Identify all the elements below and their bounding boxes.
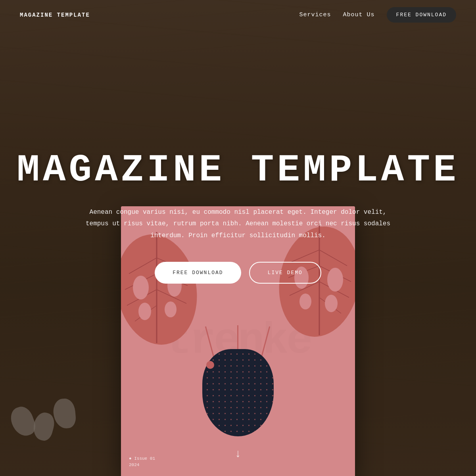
hero-buttons: FREE DOWNLOAD LIVE DEMO (0, 262, 476, 284)
hero-section: trenke (0, 0, 476, 476)
navigation: MAGAZINE TEMPLATE Services About Us FREE… (0, 0, 476, 30)
magazine-bottom-text: ● Issue 012024 (129, 456, 155, 468)
svg-point-11 (138, 303, 151, 320)
hero-description: Aenean congue varius nisi, eu commodo ni… (79, 207, 397, 242)
hero-content: MAGAZINE TEMPLATE Aenean congue varius n… (0, 0, 476, 299)
svg-point-12 (165, 301, 177, 317)
nav-link-services[interactable]: Services (299, 12, 331, 18)
nav-logo: MAGAZINE TEMPLATE (20, 12, 90, 18)
figure-vase (202, 349, 274, 436)
scroll-arrow-icon: ↓ (235, 448, 242, 460)
nav-link-about[interactable]: About Us (343, 12, 375, 18)
free-download-button[interactable]: FREE DOWNLOAD (155, 262, 241, 284)
figure-dots-pattern (202, 349, 274, 436)
figure-body (202, 349, 274, 436)
magazine-bottom-info: ● Issue 012024 (129, 456, 155, 468)
hero-title: MAGAZINE TEMPLATE (0, 151, 476, 191)
nav-cta-button[interactable]: FREE DOWNLOAD (387, 7, 456, 23)
nav-links: Services About Us FREE DOWNLOAD (299, 7, 456, 23)
scroll-indicator: ↓ (235, 448, 242, 460)
live-demo-button[interactable]: LIVE DEMO (249, 262, 321, 284)
